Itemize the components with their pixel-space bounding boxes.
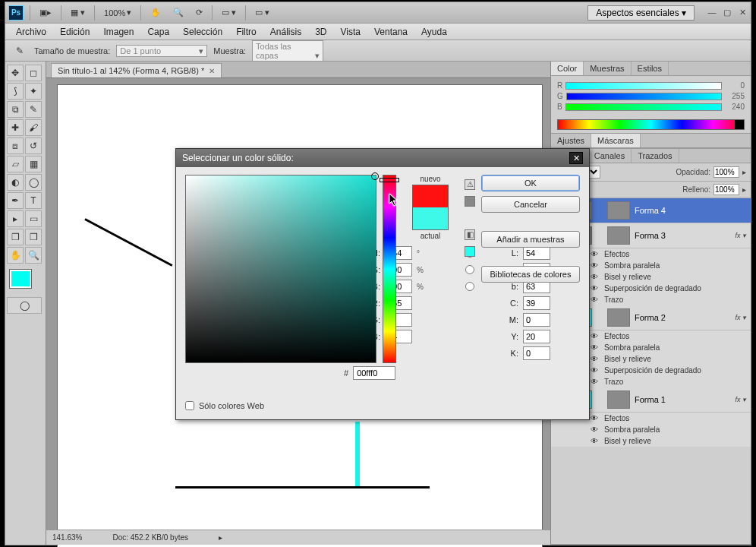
hand-tool[interactable]: ✋ bbox=[7, 247, 24, 264]
tab-swatches[interactable]: Muestras bbox=[584, 62, 631, 75]
effect-item[interactable]: Bisel y relieve bbox=[604, 355, 651, 363]
gamut-warning-icon[interactable]: ⚠ bbox=[465, 179, 475, 190]
menu-vista[interactable]: Vista bbox=[335, 25, 367, 39]
brush-tool[interactable]: 🖌 bbox=[25, 119, 42, 136]
effect-item[interactable]: Sombra paralela bbox=[604, 343, 660, 352]
fx-badge[interactable]: fx ▾ bbox=[735, 314, 746, 321]
effect-item[interactable]: Superposición de degradado bbox=[604, 284, 701, 292]
app-logo: Ps bbox=[8, 5, 24, 21]
crop-tool[interactable]: ⧉ bbox=[7, 101, 24, 118]
color-ramp[interactable] bbox=[557, 119, 745, 130]
maximize-button[interactable]: ▢ bbox=[722, 8, 732, 18]
add-to-swatches-button[interactable]: Añadir a muestras bbox=[481, 231, 580, 248]
effect-item[interactable]: Bisel y relieve bbox=[604, 437, 651, 445]
web-only-checkbox[interactable]: Sólo colores Web bbox=[185, 401, 264, 410]
tab-masks[interactable]: Máscaras bbox=[591, 134, 641, 147]
menu-ventana[interactable]: Ventana bbox=[368, 25, 414, 39]
hue-slider[interactable] bbox=[383, 175, 396, 363]
fill-flyout-icon[interactable]: ▸ bbox=[742, 185, 746, 194]
cancel-button[interactable]: Cancelar bbox=[481, 196, 580, 213]
slider-r[interactable] bbox=[565, 82, 722, 90]
menu-edicion[interactable]: Edición bbox=[54, 25, 96, 39]
hand-icon[interactable]: ✋ bbox=[147, 6, 164, 19]
heal-tool[interactable]: ✚ bbox=[7, 119, 24, 136]
hue-handle[interactable] bbox=[380, 178, 399, 182]
marquee-tool[interactable]: ◻ bbox=[25, 65, 42, 81]
close-tab-icon[interactable]: ✕ bbox=[209, 67, 215, 75]
effect-item[interactable]: Bisel y relieve bbox=[604, 273, 651, 281]
workspace-dropdown[interactable]: Aspectos esenciales ▾ bbox=[587, 5, 695, 21]
3d-camera-tool[interactable]: ❒ bbox=[25, 229, 42, 245]
web-only-input[interactable] bbox=[185, 401, 194, 410]
minimize-button[interactable]: — bbox=[707, 8, 717, 18]
eraser-tool[interactable]: ▱ bbox=[7, 156, 24, 172]
sample-size-dropdown[interactable]: De 1 punto bbox=[116, 45, 207, 57]
effect-item[interactable]: Sombra paralela bbox=[604, 425, 660, 434]
tab-channels[interactable]: Canales bbox=[588, 149, 632, 163]
eyedropper-tool[interactable]: ✎ bbox=[25, 101, 42, 118]
zoom-dropdown[interactable]: 100% ▾ bbox=[101, 6, 134, 19]
move-tool[interactable]: ✥ bbox=[7, 65, 24, 81]
zoom-tool[interactable]: 🔍 bbox=[25, 247, 42, 264]
value-g: 255 bbox=[725, 92, 745, 100]
3d-tool[interactable]: ❐ bbox=[7, 229, 24, 245]
dodge-tool[interactable]: ◯ bbox=[25, 174, 42, 191]
shape-tool[interactable]: ▭ bbox=[25, 210, 42, 227]
effect-item[interactable]: Superposición de degradado bbox=[604, 366, 701, 375]
menu-imagen[interactable]: Imagen bbox=[97, 25, 140, 39]
arrange-dropdown[interactable]: ▭ ▾ bbox=[219, 6, 239, 19]
tab-styles[interactable]: Estilos bbox=[632, 62, 669, 75]
menu-seleccion[interactable]: Selección bbox=[177, 25, 228, 39]
effect-item[interactable]: Trazo bbox=[604, 378, 623, 386]
gradient-tool[interactable]: ▦ bbox=[25, 156, 42, 172]
screen-mode-dropdown[interactable]: ▭ ▾ bbox=[252, 6, 272, 19]
stamp-tool[interactable]: ⧈ bbox=[7, 138, 24, 154]
rotate-view-icon[interactable]: ⟳ bbox=[193, 6, 206, 19]
menu-analisis[interactable]: Análisis bbox=[264, 25, 307, 39]
history-brush-tool[interactable]: ↺ bbox=[25, 138, 42, 154]
menu-archivo[interactable]: Archivo bbox=[10, 25, 52, 39]
fx-badge[interactable]: fx ▾ bbox=[735, 396, 746, 403]
menu-capa[interactable]: Capa bbox=[141, 25, 175, 39]
slider-b[interactable] bbox=[565, 103, 722, 111]
current-color-swatch[interactable] bbox=[413, 207, 448, 229]
menu-filtro[interactable]: Filtro bbox=[230, 25, 263, 39]
websafe-warning-icon[interactable]: ◧ bbox=[465, 229, 475, 240]
tab-adjustments[interactable]: Ajustes bbox=[551, 134, 591, 147]
sample-from-dropdown[interactable]: Todas las capas bbox=[252, 40, 323, 62]
blur-tool[interactable]: ◐ bbox=[7, 174, 24, 191]
type-tool[interactable]: T bbox=[25, 192, 42, 209]
quickmask-toggle[interactable]: ◯ bbox=[7, 297, 42, 314]
document-tab[interactable]: Sin título-1 al 142% (Forma 4, RGB/8) * … bbox=[51, 63, 222, 77]
tab-paths[interactable]: Trazados bbox=[632, 149, 679, 163]
wand-tool[interactable]: ✦ bbox=[25, 83, 42, 100]
fill-input[interactable] bbox=[713, 184, 739, 195]
foreground-color-swatch[interactable] bbox=[10, 270, 31, 288]
websafe-swatch[interactable] bbox=[465, 246, 475, 257]
gamut-swatch[interactable] bbox=[465, 196, 475, 207]
dialog-title-bar[interactable]: Seleccionar un color sólido: ✕ bbox=[176, 149, 589, 167]
close-button[interactable]: ✕ bbox=[737, 8, 748, 18]
effect-item[interactable]: Trazo bbox=[604, 296, 623, 304]
effect-item[interactable]: Sombra paralela bbox=[604, 261, 660, 270]
lasso-tool[interactable]: ⟆ bbox=[7, 83, 24, 100]
zoom-icon[interactable]: 🔍 bbox=[170, 6, 187, 19]
fx-badge[interactable]: fx ▾ bbox=[735, 232, 746, 239]
bridge-button[interactable]: ▣▸ bbox=[36, 6, 55, 19]
tab-color[interactable]: Color bbox=[551, 62, 584, 75]
menu-3d[interactable]: 3D bbox=[309, 25, 332, 39]
menu-ayuda[interactable]: Ayuda bbox=[415, 25, 453, 39]
pen-tool[interactable]: ✒ bbox=[7, 192, 24, 209]
view-extras-dropdown[interactable]: ▦ ▾ bbox=[68, 6, 88, 19]
opacity-input[interactable] bbox=[713, 166, 739, 178]
ok-button[interactable]: OK bbox=[481, 175, 580, 191]
path-select-tool[interactable]: ▸ bbox=[7, 210, 24, 227]
slider-g[interactable] bbox=[566, 93, 722, 100]
dialog-close-button[interactable]: ✕ bbox=[569, 152, 583, 164]
hex-input[interactable] bbox=[353, 366, 395, 380]
saturation-value-box[interactable] bbox=[185, 175, 376, 363]
color-libraries-button[interactable]: Bibliotecas de colores bbox=[481, 266, 580, 283]
layer-name: Forma 4 bbox=[635, 206, 666, 215]
shape-line bbox=[84, 218, 172, 267]
opacity-flyout-icon[interactable]: ▸ bbox=[742, 168, 746, 176]
